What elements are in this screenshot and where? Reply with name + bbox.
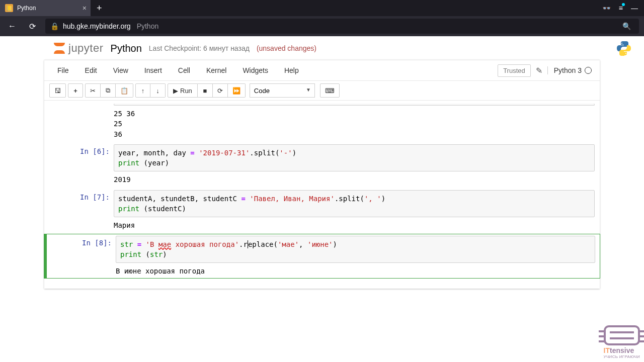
menu-file[interactable]: File: [49, 62, 77, 78]
output-text: Мария: [114, 217, 595, 230]
browser-tab-strip: 📒 Python × + 👓 ≡ —: [0, 0, 644, 16]
watermark: ITtensive УЧИСЬ ИГРАЮЧИ: [604, 325, 640, 359]
output-text: 25 36 25 36: [114, 106, 595, 139]
menu-kernel[interactable]: Kernel: [198, 62, 234, 78]
menu-help[interactable]: Help: [276, 62, 307, 78]
reload-button[interactable]: ⟳: [25, 22, 39, 31]
text-cursor: [248, 240, 248, 248]
stop-button[interactable]: ■: [198, 83, 213, 98]
run-icon: ▶: [173, 87, 178, 95]
jupyter-logo-text: jupyter: [68, 42, 104, 55]
checkpoint-text: Last Checkpoint: 6 минут назад: [149, 44, 250, 52]
notebook-container: File Edit View Insert Cell Kernel Widget…: [44, 60, 600, 289]
menu-cell[interactable]: Cell: [170, 62, 198, 78]
menu-view[interactable]: View: [105, 62, 136, 78]
back-button[interactable]: ←: [5, 22, 19, 31]
save-button[interactable]: 🖫: [49, 83, 66, 98]
restart-button[interactable]: ⟳: [213, 83, 228, 98]
in-prompt: In [7]:: [80, 193, 110, 201]
search-in-page-icon[interactable]: 🔍: [619, 22, 634, 30]
jupyter-logo-icon: [52, 41, 66, 55]
celltype-select[interactable]: Code: [250, 83, 315, 98]
code-cell-8[interactable]: In [8]: str = 'В мае хорошая погода'.rep…: [44, 234, 600, 279]
menubar: File Edit View Insert Cell Kernel Widget…: [44, 60, 600, 81]
new-tab-button[interactable]: +: [91, 3, 108, 14]
kernel-status-icon: [585, 67, 592, 74]
notebook-cells: 25 36 25 36 In [6]: year, month, day = '…: [44, 102, 600, 289]
lock-icon: 🔒: [50, 22, 59, 30]
in-prompt: In [6]:: [80, 147, 110, 155]
url-box[interactable]: 🔒 hub.gke.mybinder.org Python 🔍: [45, 19, 639, 34]
kernel-indicator[interactable]: Python 3: [547, 66, 592, 74]
close-icon[interactable]: ×: [83, 4, 87, 12]
address-bar: ← ⟳ 🔒 hub.gke.mybinder.org Python 🔍: [0, 16, 644, 36]
menu-insert[interactable]: Insert: [136, 62, 170, 78]
jupyter-header: jupyter Python Last Checkpoint: 6 минут …: [0, 36, 644, 60]
code-cell-7[interactable]: In [7]: studentA, stundetB, studentC = '…: [44, 188, 600, 233]
url-path: Python: [137, 22, 159, 30]
toolbar: 🖫 + ✂ ⧉ 📋 ↑ ↓ ▶Run ■ ⟳ ⏩ Code ⌨: [44, 81, 600, 101]
code-cell-6[interactable]: In [6]: year, month, day = '2019-07-31'.…: [44, 142, 600, 187]
in-prompt: In [8]:: [82, 239, 112, 247]
python-logo-icon: [616, 40, 632, 56]
code-input[interactable]: str = 'В мае хорошая погода'.replace('ма…: [116, 236, 595, 263]
run-button[interactable]: ▶Run: [168, 83, 198, 98]
paste-button[interactable]: 📋: [116, 83, 133, 98]
trusted-badge[interactable]: Trusted: [498, 64, 531, 77]
move-down-button[interactable]: ↓: [150, 83, 166, 98]
browser-tab[interactable]: 📒 Python ×: [0, 0, 91, 16]
output-text: 2019: [114, 171, 595, 185]
menu-widgets[interactable]: Widgets: [234, 62, 276, 78]
unsaved-text: (unsaved changes): [257, 44, 316, 52]
notebook-title[interactable]: Python: [111, 43, 142, 54]
restart-run-all-button[interactable]: ⏩: [228, 83, 246, 98]
command-palette-button[interactable]: ⌨: [320, 83, 340, 98]
menu-icon[interactable]: ≡: [619, 4, 623, 12]
kernel-name-text: Python 3: [554, 66, 582, 74]
notebook-icon: 📒: [5, 4, 13, 12]
minimize-icon[interactable]: —: [631, 4, 638, 12]
code-input[interactable]: year, month, day = '2019-07-31'.split('-…: [114, 144, 595, 172]
copy-button[interactable]: ⧉: [101, 83, 116, 98]
jupyter-logo[interactable]: jupyter: [52, 41, 104, 55]
cut-button[interactable]: ✂: [85, 83, 101, 98]
code-input[interactable]: studentA, stundetB, studentC = 'Павел, И…: [114, 190, 595, 218]
output-text: В июне хорошая погода: [116, 263, 595, 276]
add-cell-button[interactable]: +: [68, 83, 83, 98]
cell-output-top: 25 36 25 36: [44, 102, 600, 141]
edit-icon[interactable]: ✎: [536, 66, 542, 75]
reader-icon[interactable]: 👓: [602, 4, 611, 12]
menu-edit[interactable]: Edit: [77, 62, 105, 78]
tab-title: Python: [17, 5, 36, 12]
url-domain: hub.gke.mybinder.org: [63, 22, 131, 30]
run-label: Run: [180, 87, 192, 95]
move-up-button[interactable]: ↑: [135, 83, 150, 98]
